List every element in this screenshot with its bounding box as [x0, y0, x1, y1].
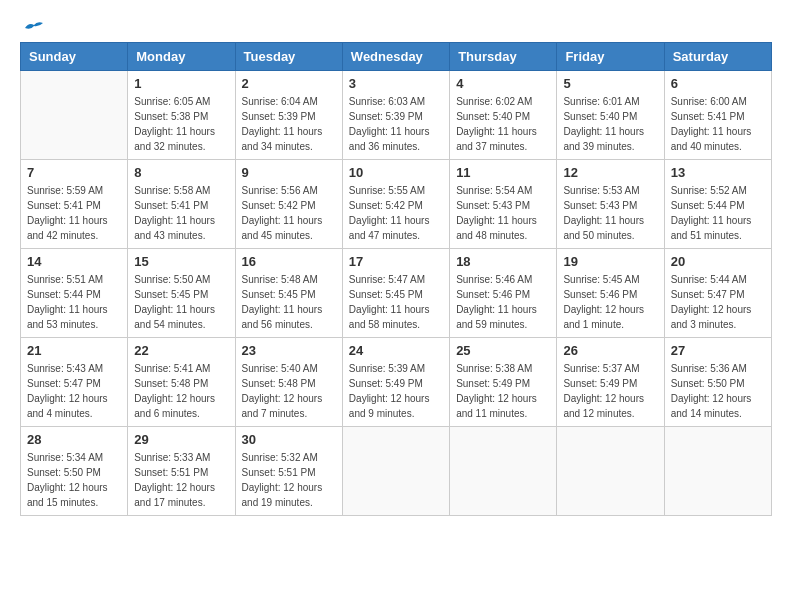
calendar-cell: 4Sunrise: 6:02 AM Sunset: 5:40 PM Daylig… — [450, 71, 557, 160]
day-info: Sunrise: 6:00 AM Sunset: 5:41 PM Dayligh… — [671, 94, 765, 154]
day-number: 19 — [563, 254, 657, 269]
day-number: 13 — [671, 165, 765, 180]
day-info: Sunrise: 5:46 AM Sunset: 5:46 PM Dayligh… — [456, 272, 550, 332]
calendar-cell — [664, 427, 771, 516]
day-info: Sunrise: 5:34 AM Sunset: 5:50 PM Dayligh… — [27, 450, 121, 510]
day-number: 2 — [242, 76, 336, 91]
calendar-cell: 11Sunrise: 5:54 AM Sunset: 5:43 PM Dayli… — [450, 160, 557, 249]
day-info: Sunrise: 6:04 AM Sunset: 5:39 PM Dayligh… — [242, 94, 336, 154]
day-number: 10 — [349, 165, 443, 180]
day-info: Sunrise: 5:55 AM Sunset: 5:42 PM Dayligh… — [349, 183, 443, 243]
calendar-cell — [450, 427, 557, 516]
day-info: Sunrise: 6:03 AM Sunset: 5:39 PM Dayligh… — [349, 94, 443, 154]
header-sunday: Sunday — [21, 43, 128, 71]
day-info: Sunrise: 5:47 AM Sunset: 5:45 PM Dayligh… — [349, 272, 443, 332]
calendar-cell — [557, 427, 664, 516]
day-number: 3 — [349, 76, 443, 91]
calendar-header-row: SundayMondayTuesdayWednesdayThursdayFrid… — [21, 43, 772, 71]
day-info: Sunrise: 5:54 AM Sunset: 5:43 PM Dayligh… — [456, 183, 550, 243]
calendar-cell: 12Sunrise: 5:53 AM Sunset: 5:43 PM Dayli… — [557, 160, 664, 249]
day-number: 7 — [27, 165, 121, 180]
day-number: 28 — [27, 432, 121, 447]
day-info: Sunrise: 6:02 AM Sunset: 5:40 PM Dayligh… — [456, 94, 550, 154]
day-number: 24 — [349, 343, 443, 358]
day-number: 27 — [671, 343, 765, 358]
day-info: Sunrise: 5:32 AM Sunset: 5:51 PM Dayligh… — [242, 450, 336, 510]
calendar-cell: 24Sunrise: 5:39 AM Sunset: 5:49 PM Dayli… — [342, 338, 449, 427]
day-number: 17 — [349, 254, 443, 269]
calendar-cell: 20Sunrise: 5:44 AM Sunset: 5:47 PM Dayli… — [664, 249, 771, 338]
calendar-cell: 15Sunrise: 5:50 AM Sunset: 5:45 PM Dayli… — [128, 249, 235, 338]
day-number: 4 — [456, 76, 550, 91]
day-info: Sunrise: 5:48 AM Sunset: 5:45 PM Dayligh… — [242, 272, 336, 332]
calendar-cell: 9Sunrise: 5:56 AM Sunset: 5:42 PM Daylig… — [235, 160, 342, 249]
day-info: Sunrise: 5:51 AM Sunset: 5:44 PM Dayligh… — [27, 272, 121, 332]
header-tuesday: Tuesday — [235, 43, 342, 71]
calendar-cell: 22Sunrise: 5:41 AM Sunset: 5:48 PM Dayli… — [128, 338, 235, 427]
calendar-week-1: 1Sunrise: 6:05 AM Sunset: 5:38 PM Daylig… — [21, 71, 772, 160]
calendar-cell: 8Sunrise: 5:58 AM Sunset: 5:41 PM Daylig… — [128, 160, 235, 249]
calendar-cell: 25Sunrise: 5:38 AM Sunset: 5:49 PM Dayli… — [450, 338, 557, 427]
day-info: Sunrise: 5:41 AM Sunset: 5:48 PM Dayligh… — [134, 361, 228, 421]
day-info: Sunrise: 5:39 AM Sunset: 5:49 PM Dayligh… — [349, 361, 443, 421]
calendar-cell: 27Sunrise: 5:36 AM Sunset: 5:50 PM Dayli… — [664, 338, 771, 427]
day-info: Sunrise: 6:05 AM Sunset: 5:38 PM Dayligh… — [134, 94, 228, 154]
calendar-cell: 10Sunrise: 5:55 AM Sunset: 5:42 PM Dayli… — [342, 160, 449, 249]
day-number: 26 — [563, 343, 657, 358]
day-info: Sunrise: 6:01 AM Sunset: 5:40 PM Dayligh… — [563, 94, 657, 154]
day-info: Sunrise: 5:53 AM Sunset: 5:43 PM Dayligh… — [563, 183, 657, 243]
day-number: 9 — [242, 165, 336, 180]
logo-bird-icon — [23, 20, 45, 36]
day-number: 6 — [671, 76, 765, 91]
day-info: Sunrise: 5:52 AM Sunset: 5:44 PM Dayligh… — [671, 183, 765, 243]
calendar-cell: 13Sunrise: 5:52 AM Sunset: 5:44 PM Dayli… — [664, 160, 771, 249]
calendar-cell: 1Sunrise: 6:05 AM Sunset: 5:38 PM Daylig… — [128, 71, 235, 160]
calendar-cell: 26Sunrise: 5:37 AM Sunset: 5:49 PM Dayli… — [557, 338, 664, 427]
day-info: Sunrise: 5:44 AM Sunset: 5:47 PM Dayligh… — [671, 272, 765, 332]
day-number: 22 — [134, 343, 228, 358]
header-wednesday: Wednesday — [342, 43, 449, 71]
calendar-cell: 14Sunrise: 5:51 AM Sunset: 5:44 PM Dayli… — [21, 249, 128, 338]
calendar-cell: 16Sunrise: 5:48 AM Sunset: 5:45 PM Dayli… — [235, 249, 342, 338]
day-number: 8 — [134, 165, 228, 180]
day-number: 25 — [456, 343, 550, 358]
day-info: Sunrise: 5:50 AM Sunset: 5:45 PM Dayligh… — [134, 272, 228, 332]
calendar-cell: 3Sunrise: 6:03 AM Sunset: 5:39 PM Daylig… — [342, 71, 449, 160]
calendar-cell — [21, 71, 128, 160]
calendar-cell: 23Sunrise: 5:40 AM Sunset: 5:48 PM Dayli… — [235, 338, 342, 427]
header-monday: Monday — [128, 43, 235, 71]
day-number: 12 — [563, 165, 657, 180]
calendar-cell: 19Sunrise: 5:45 AM Sunset: 5:46 PM Dayli… — [557, 249, 664, 338]
calendar-cell: 21Sunrise: 5:43 AM Sunset: 5:47 PM Dayli… — [21, 338, 128, 427]
calendar-cell — [342, 427, 449, 516]
day-info: Sunrise: 5:38 AM Sunset: 5:49 PM Dayligh… — [456, 361, 550, 421]
day-number: 30 — [242, 432, 336, 447]
header-thursday: Thursday — [450, 43, 557, 71]
day-info: Sunrise: 5:43 AM Sunset: 5:47 PM Dayligh… — [27, 361, 121, 421]
day-info: Sunrise: 5:37 AM Sunset: 5:49 PM Dayligh… — [563, 361, 657, 421]
calendar-week-5: 28Sunrise: 5:34 AM Sunset: 5:50 PM Dayli… — [21, 427, 772, 516]
day-number: 5 — [563, 76, 657, 91]
calendar-cell: 2Sunrise: 6:04 AM Sunset: 5:39 PM Daylig… — [235, 71, 342, 160]
day-info: Sunrise: 5:59 AM Sunset: 5:41 PM Dayligh… — [27, 183, 121, 243]
day-info: Sunrise: 5:40 AM Sunset: 5:48 PM Dayligh… — [242, 361, 336, 421]
header-friday: Friday — [557, 43, 664, 71]
calendar-cell: 7Sunrise: 5:59 AM Sunset: 5:41 PM Daylig… — [21, 160, 128, 249]
day-info: Sunrise: 5:56 AM Sunset: 5:42 PM Dayligh… — [242, 183, 336, 243]
calendar-cell: 17Sunrise: 5:47 AM Sunset: 5:45 PM Dayli… — [342, 249, 449, 338]
calendar-week-4: 21Sunrise: 5:43 AM Sunset: 5:47 PM Dayli… — [21, 338, 772, 427]
day-info: Sunrise: 5:33 AM Sunset: 5:51 PM Dayligh… — [134, 450, 228, 510]
day-number: 20 — [671, 254, 765, 269]
logo — [20, 20, 45, 32]
calendar-table: SundayMondayTuesdayWednesdayThursdayFrid… — [20, 42, 772, 516]
calendar-cell: 6Sunrise: 6:00 AM Sunset: 5:41 PM Daylig… — [664, 71, 771, 160]
day-number: 21 — [27, 343, 121, 358]
day-number: 18 — [456, 254, 550, 269]
day-info: Sunrise: 5:58 AM Sunset: 5:41 PM Dayligh… — [134, 183, 228, 243]
calendar-cell: 5Sunrise: 6:01 AM Sunset: 5:40 PM Daylig… — [557, 71, 664, 160]
calendar-cell: 29Sunrise: 5:33 AM Sunset: 5:51 PM Dayli… — [128, 427, 235, 516]
day-number: 11 — [456, 165, 550, 180]
calendar-week-3: 14Sunrise: 5:51 AM Sunset: 5:44 PM Dayli… — [21, 249, 772, 338]
day-number: 29 — [134, 432, 228, 447]
day-number: 14 — [27, 254, 121, 269]
